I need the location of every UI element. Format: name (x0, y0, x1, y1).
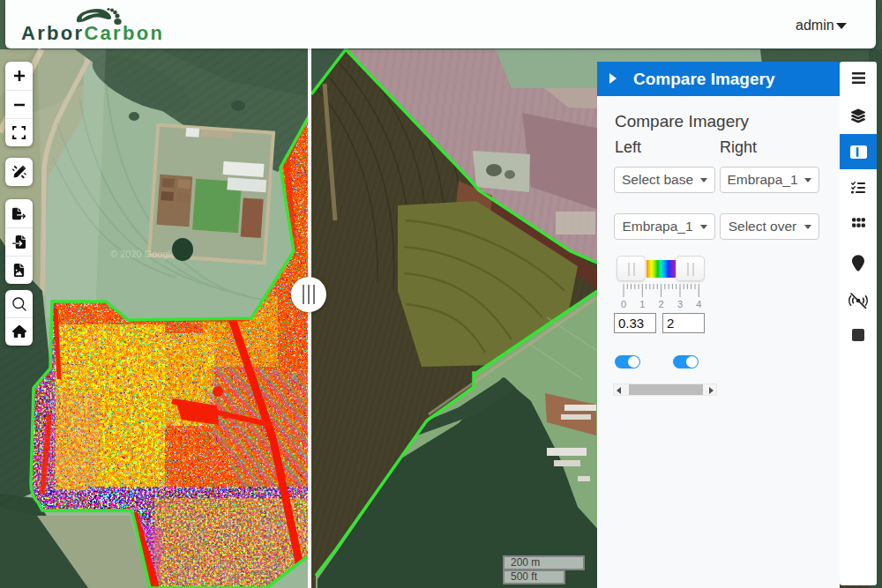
svg-text:© 2020 Google: © 2020 Google (110, 249, 176, 259)
svg-text:2: 2 (659, 299, 664, 309)
svg-text:1: 1 (639, 299, 645, 309)
svg-text:3: 3 (677, 299, 683, 309)
svg-text:4: 4 (696, 299, 701, 309)
svg-text:0: 0 (621, 299, 626, 309)
